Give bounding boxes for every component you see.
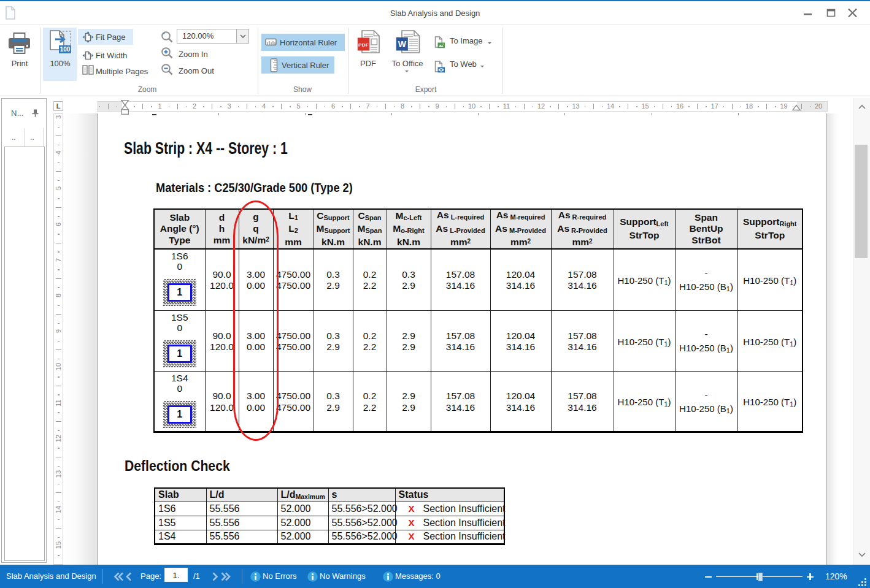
- svg-text:PDF: PDF: [358, 42, 369, 48]
- svg-text:100: 100: [60, 46, 71, 53]
- svg-text:W: W: [398, 39, 407, 49]
